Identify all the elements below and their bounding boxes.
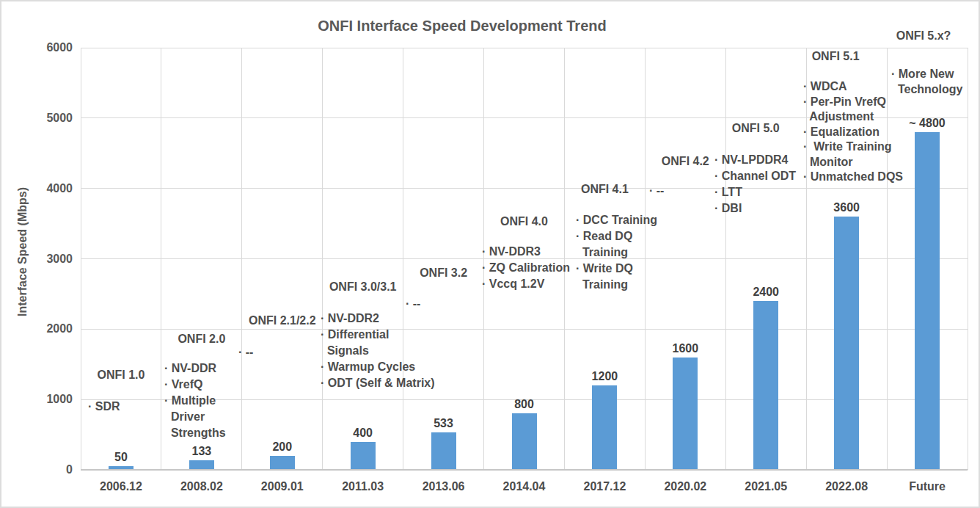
bar	[673, 358, 698, 470]
annotation-title: ONFI 4.0	[466, 215, 583, 228]
annotation-feature-list: · DCC Training · Read DQ Training · Writ…	[576, 212, 657, 293]
gridline-v	[161, 48, 161, 470]
gridline-v	[241, 48, 242, 470]
bar	[834, 217, 859, 470]
x-tick-label: 2014.04	[484, 480, 565, 493]
x-tick-label: Future	[887, 480, 968, 493]
y-tick-label: 4000	[27, 182, 73, 195]
annotation-feature-list: · --	[406, 296, 420, 312]
x-tick-label: 2011.03	[323, 480, 403, 493]
annotation-title: ONFI 5.0	[697, 122, 814, 135]
y-tick-label: 0	[27, 463, 73, 476]
bar-value-label: 200	[242, 440, 323, 454]
gridline-v	[968, 48, 968, 470]
gridline-h	[81, 188, 968, 189]
bar	[431, 432, 456, 470]
chart-title: ONFI Interface Speed Development Trend	[242, 18, 682, 35]
y-tick-label: 6000	[27, 41, 73, 54]
annotation-feature-list: · WDCA · Per-Pin VrefQ Adjustment · Equa…	[803, 79, 903, 185]
bar-value-label: 133	[161, 445, 242, 458]
gridline-h	[81, 48, 968, 48]
annotation-feature-list: · NV-DDR · VrefQ · Multiple Driver Stren…	[164, 360, 226, 441]
gridline-v	[81, 48, 81, 470]
bar-value-label: 1200	[564, 370, 645, 383]
y-tick-label: 1000	[27, 393, 73, 406]
x-tick-label: 2008.02	[161, 480, 242, 493]
x-tick-label: 2017.12	[564, 480, 645, 493]
gridline-v	[725, 48, 726, 470]
bar	[512, 413, 537, 470]
bar-value-label: 3600	[806, 201, 887, 214]
bar	[270, 456, 295, 470]
annotation-title: ONFI 3.0/3.1	[304, 280, 422, 294]
annotation-feature-list: · --	[238, 344, 253, 360]
bar-value-label: 1600	[645, 342, 725, 355]
x-tick-label: 2013.06	[403, 480, 484, 493]
annotation-title: ONFI 4.1	[546, 183, 663, 196]
bar	[351, 442, 376, 470]
bar	[753, 301, 778, 470]
gridline-v	[403, 48, 403, 470]
x-axis-line	[81, 469, 968, 471]
y-tick-label: 2000	[27, 322, 73, 335]
x-tick-label: 2006.12	[81, 480, 161, 493]
bar-value-label: 400	[323, 427, 403, 440]
x-tick-label: 2021.05	[725, 480, 806, 493]
gridline-v	[322, 48, 323, 470]
bar-value-label: 2400	[725, 286, 806, 299]
x-tick-label: 2022.08	[806, 480, 887, 493]
x-tick-label: 2020.02	[645, 480, 725, 493]
annotation-title: ONFI 1.0	[62, 369, 180, 382]
annotation-title: ONFI 5.x?	[865, 29, 980, 43]
bar-value-label: 50	[81, 451, 161, 464]
y-tick-label: 5000	[27, 112, 73, 125]
bar	[592, 385, 617, 470]
annotation-feature-list: · NV-LPDDR4 · Channel ODT · LTT · DBI	[714, 152, 796, 217]
bar-value-label: 533	[403, 417, 484, 430]
annotation-feature-list: · SDR	[88, 399, 120, 415]
annotation-feature-list: · NV-DDR2 · Differential Signals · Warmu…	[321, 311, 435, 391]
bar	[915, 132, 940, 470]
y-tick-label: 3000	[27, 253, 73, 266]
chart-window: ONFI Interface Speed Development Trend I…	[0, 0, 980, 508]
bar-value-label: 800	[484, 398, 565, 411]
x-tick-label: 2009.01	[242, 480, 323, 493]
annotation-feature-list: · More New Technology	[891, 66, 962, 97]
annotation-title: ONFI 5.1	[777, 50, 894, 63]
annotation-feature-list: · NV-DDR3 · ZQ Calibration · Vccq 1.2V	[482, 244, 570, 292]
annotation-feature-list: · --	[649, 183, 664, 199]
